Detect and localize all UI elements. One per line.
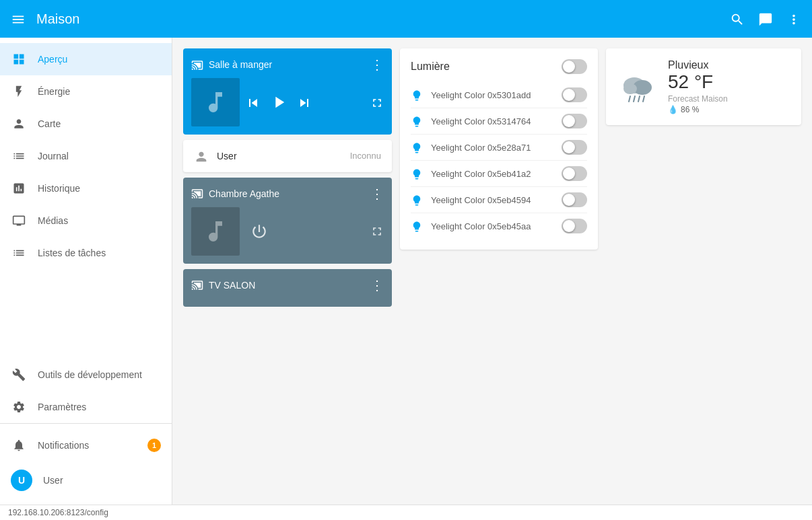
more-menu-icon[interactable]: ⋮ <box>370 57 384 73</box>
sidebar-item-label: Listes de tâches <box>38 248 106 258</box>
sidebar-item-journal[interactable]: Journal <box>0 140 172 172</box>
weather-forecast-label: Forecast Maison <box>668 94 790 104</box>
more-icon[interactable] <box>786 10 801 28</box>
bulb-icon <box>411 88 423 102</box>
light-name: Yeelight Color 0x5314764 <box>431 116 562 126</box>
lumiere-main-toggle[interactable] <box>562 59 587 74</box>
content-area: Salle à manger ⋮ <box>172 38 812 505</box>
user-avatar: U <box>11 470 32 491</box>
media-card-title: Salle à manger <box>209 59 370 70</box>
user-icon <box>194 148 209 164</box>
cast-icon <box>191 186 203 200</box>
media-card-body <box>191 207 384 256</box>
sidebar-nav: Aperçu Énergie Carte Journal <box>0 38 172 274</box>
power-button[interactable] <box>250 223 268 240</box>
sidebar-item-label: Historique <box>38 183 80 194</box>
bulb-icon <box>411 193 423 207</box>
sidebar-item-dev-tools[interactable]: Outils de développement <box>0 359 172 391</box>
fullscreen-icon[interactable] <box>370 224 384 238</box>
prev-button[interactable] <box>245 94 261 111</box>
light-toggle-2[interactable] <box>562 140 587 155</box>
sidebar-item-label: Paramètres <box>38 402 86 412</box>
weather-info: Pluvieux 52 °F Forecast Maison 💧 86 % <box>668 59 790 114</box>
sidebar-user[interactable]: U User <box>0 461 172 499</box>
light-name: Yeelight Color 0x5e28a71 <box>431 143 562 153</box>
page-title: Maison <box>36 11 730 27</box>
humidity-icon: 💧 <box>668 105 678 114</box>
main-layout: Aperçu Énergie Carte Journal <box>0 38 812 505</box>
more-menu-icon[interactable]: ⋮ <box>370 277 384 293</box>
flash-icon <box>11 83 27 100</box>
media-card-body <box>191 78 384 126</box>
media-card-tv-salon: TV SALON ⋮ <box>183 269 392 307</box>
svg-point-2 <box>623 83 637 94</box>
grid-icon <box>11 51 27 67</box>
media-card-title: TV SALON <box>209 280 370 291</box>
search-icon[interactable] <box>730 10 745 28</box>
toggle-knob <box>563 61 575 73</box>
statusbar: 192.168.10.206:8123/config <box>0 505 812 520</box>
sidebar-item-listes[interactable]: Listes de tâches <box>0 237 172 269</box>
fullscreen-icon[interactable] <box>370 95 384 109</box>
sidebar: Aperçu Énergie Carte Journal <box>0 38 172 505</box>
bell-icon <box>11 437 27 453</box>
light-name: Yeelight Color 0x5eb45aa <box>431 221 562 231</box>
sidebar-item-label: Carte <box>38 118 61 129</box>
bulb-icon <box>411 114 423 128</box>
play-button[interactable] <box>269 93 288 112</box>
menu-icon[interactable] <box>11 10 26 28</box>
sidebar-item-label: Médias <box>38 215 68 226</box>
humidity-value: 86 % <box>681 105 699 114</box>
sidebar-item-label: Aperçu <box>38 54 67 65</box>
topbar-actions <box>730 10 801 28</box>
light-toggle-1[interactable] <box>562 114 587 128</box>
sidebar-item-historique[interactable]: Historique <box>0 172 172 205</box>
media-artwork <box>191 207 240 256</box>
sidebar-item-carte[interactable]: Carte <box>0 108 172 140</box>
sidebar-item-energie[interactable]: Énergie <box>0 75 172 108</box>
weather-temp: 52 °F <box>668 71 790 93</box>
light-toggle-5[interactable] <box>562 219 587 233</box>
sidebar-item-label: Outils de développement <box>38 369 142 380</box>
light-item-4: Yeelight Color 0x5eb4594 <box>411 187 587 213</box>
bulb-icon <box>411 219 423 233</box>
media-card-header: TV SALON ⋮ <box>191 277 384 293</box>
toggle-knob <box>563 220 575 232</box>
light-item-0: Yeelight Color 0x5301add <box>411 82 587 108</box>
svg-line-6 <box>643 96 644 102</box>
topbar: Maison <box>0 0 812 38</box>
tv-icon <box>11 213 27 229</box>
next-button[interactable] <box>296 94 312 111</box>
light-item-2: Yeelight Color 0x5e28a71 <box>411 135 587 161</box>
chat-icon[interactable] <box>758 10 773 28</box>
media-card-chambre-agathe: Chambre Agathe ⋮ <box>183 178 392 264</box>
sidebar-bottom: Notifications 1 U User <box>0 423 172 505</box>
cast-icon <box>191 58 203 72</box>
weather-main: Pluvieux 52 °F Forecast Maison 💧 86 % <box>617 59 790 114</box>
light-item-5: Yeelight Color 0x5eb45aa <box>411 213 587 239</box>
gear-icon <box>11 399 27 415</box>
user-label: User <box>43 475 63 486</box>
cast-icon <box>191 278 203 292</box>
wrench-icon <box>11 367 27 383</box>
media-card-title: Chambre Agathe <box>209 188 370 199</box>
sidebar-item-label: Énergie <box>38 86 70 97</box>
sidebar-item-medias[interactable]: Médias <box>0 205 172 237</box>
light-name: Yeelight Color 0x5eb41a2 <box>431 169 562 179</box>
svg-line-3 <box>629 96 630 102</box>
light-toggle-0[interactable] <box>562 87 587 102</box>
more-menu-icon[interactable]: ⋮ <box>370 186 384 202</box>
sidebar-item-label: Journal <box>38 151 69 161</box>
sidebar-item-apercu[interactable]: Aperçu <box>0 43 172 75</box>
sidebar-item-params[interactable]: Paramètres <box>0 391 172 423</box>
light-item-3: Yeelight Color 0x5eb41a2 <box>411 161 587 187</box>
light-item-1: Yeelight Color 0x5314764 <box>411 108 587 135</box>
media-card-header: Salle à manger ⋮ <box>191 57 384 73</box>
light-toggle-3[interactable] <box>562 166 587 181</box>
weather-card: Pluvieux 52 °F Forecast Maison 💧 86 % <box>606 48 801 125</box>
toggle-knob <box>563 89 575 101</box>
sidebar-item-notifications[interactable]: Notifications 1 <box>0 429 172 461</box>
light-toggle-4[interactable] <box>562 192 587 207</box>
light-card-header: Lumière <box>411 59 587 74</box>
notifications-label: Notifications <box>38 440 89 451</box>
